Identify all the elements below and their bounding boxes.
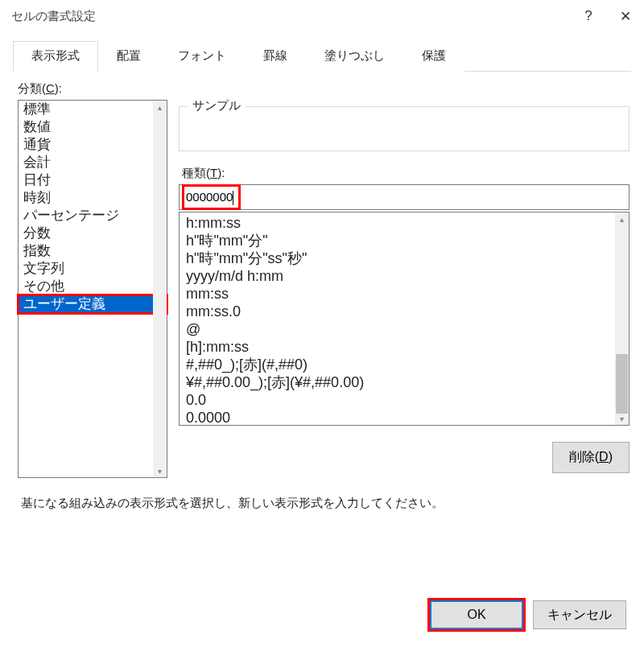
ok-button[interactable]: OK — [430, 600, 523, 629]
format-item[interactable]: ¥#,##0.00_);[赤](¥#,##0.00) — [180, 373, 615, 391]
tab-0[interactable]: 表示形式 — [13, 41, 98, 72]
scroll-up-icon[interactable]: ▴ — [615, 212, 629, 225]
format-item[interactable]: 0.0000 — [180, 409, 615, 425]
sample-legend: サンプル — [188, 98, 246, 113]
titlebar: セルの書式設定 ? ✕ — [0, 0, 644, 32]
format-item[interactable]: [h]:mm:ss — [180, 338, 615, 356]
tab-strip: 表示形式配置フォント罫線塗りつぶし保護 — [13, 40, 631, 72]
format-item[interactable]: 0.0 — [180, 391, 615, 409]
format-item[interactable]: mm:ss — [180, 285, 615, 303]
type-value[interactable]: 0000000 — [186, 190, 233, 204]
category-listbox[interactable]: 標準数値通貨会計日付時刻パーセンテージ分数指数文字列その他ユーザー定義 ▴ ▾ — [18, 100, 167, 478]
format-item[interactable]: h"時"mm"分"ss"秒" — [180, 249, 615, 267]
scroll-down-icon[interactable]: ▾ — [615, 412, 629, 425]
help-button[interactable]: ? — [570, 0, 607, 32]
category-item[interactable]: 時刻 — [19, 189, 167, 207]
tab-1[interactable]: 配置 — [98, 41, 159, 72]
scroll-down-icon[interactable]: ▾ — [153, 464, 167, 477]
category-label: 分類(C): — [18, 81, 630, 97]
format-item[interactable]: yyyy/m/d h:mm — [180, 267, 615, 285]
tab-5[interactable]: 保護 — [403, 41, 464, 72]
category-item[interactable]: 分数 — [19, 225, 167, 242]
category-item[interactable]: 指数 — [19, 242, 167, 260]
delete-button[interactable]: 削除(D) — [552, 442, 630, 473]
tab-3[interactable]: 罫線 — [245, 41, 306, 72]
format-item[interactable]: h:mm:ss — [180, 214, 615, 232]
scroll-up-icon[interactable]: ▴ — [153, 101, 167, 113]
hint-text: 基になる組み込みの表示形式を選択し、新しい表示形式を入力してください。 — [21, 496, 630, 511]
category-item[interactable]: 標準 — [19, 101, 167, 118]
sample-group: サンプル — [179, 106, 630, 151]
format-listbox[interactable]: h:mm:ssh"時"mm"分"h"時"mm"分"ss"秒"yyyy/m/d h… — [179, 212, 630, 426]
window-title: セルの書式設定 — [11, 9, 96, 24]
tab-2[interactable]: フォント — [159, 41, 245, 72]
scrollbar-thumb[interactable] — [616, 354, 628, 414]
category-scrollbar[interactable]: ▴ ▾ — [153, 101, 167, 477]
tab-4[interactable]: 塗りつぶし — [306, 41, 403, 72]
category-item[interactable]: 通貨 — [19, 136, 167, 154]
type-label: 種類(T): — [182, 166, 630, 181]
category-item[interactable]: その他 — [19, 278, 167, 295]
category-item[interactable]: 会計 — [19, 154, 167, 171]
category-item[interactable]: 日付 — [19, 171, 167, 189]
category-item[interactable]: パーセンテージ — [19, 207, 167, 225]
format-scrollbar[interactable]: ▴ ▾ — [615, 212, 629, 425]
cancel-button[interactable]: キャンセル — [533, 600, 626, 629]
format-item[interactable]: @ — [180, 320, 615, 338]
footer: OK キャンセル — [0, 600, 644, 647]
format-item[interactable]: mm:ss.0 — [180, 303, 615, 320]
category-item[interactable]: ユーザー定義 — [19, 295, 167, 313]
category-item[interactable]: 文字列 — [19, 260, 167, 278]
format-item[interactable]: #,##0_);[赤](#,##0) — [180, 356, 615, 373]
category-item[interactable]: 数値 — [19, 118, 167, 136]
close-button[interactable]: ✕ — [607, 0, 644, 32]
type-input[interactable]: 0000000 — [179, 184, 630, 210]
format-item[interactable]: h"時"mm"分" — [180, 232, 615, 249]
